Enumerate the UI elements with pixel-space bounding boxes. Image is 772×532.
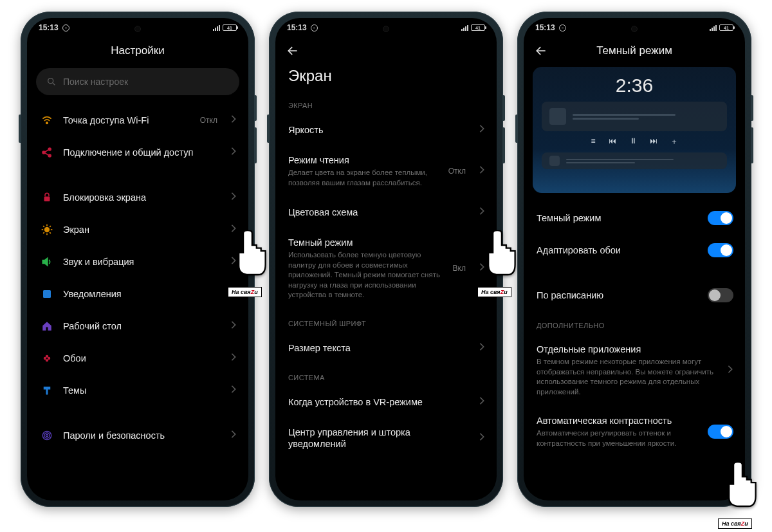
search-placeholder: Поиск настроек — [63, 77, 128, 87]
display-row-color-scheme[interactable]: Цветовая схема — [275, 197, 497, 228]
list-icon: ≡ — [591, 136, 595, 147]
chevron-right-icon — [479, 396, 485, 408]
row-label: Центр управления и шторка уведомлений — [288, 427, 410, 449]
square-icon — [40, 287, 54, 301]
battery-icon: 41 — [719, 24, 733, 31]
camera-punch-hole — [631, 26, 638, 32]
toggle-row-adapt-wallpaper[interactable]: Адаптировать обои — [524, 234, 745, 266]
back-button[interactable] — [286, 44, 300, 58]
pause-icon: ⏸ — [629, 136, 637, 147]
row-value: Откл — [448, 167, 466, 176]
row-label: Яркость — [288, 125, 324, 135]
chevron-right-icon — [230, 115, 237, 126]
row-label: Рабочий стол — [63, 321, 122, 331]
fingerprint-icon — [40, 428, 54, 443]
settings-row-security[interactable]: Пароли и безопасность — [27, 419, 248, 452]
camera-punch-hole — [134, 26, 141, 32]
phone-1-frame: 15:13 41 Настройки Поиск настроек Точка … — [21, 12, 255, 507]
row-label: Звук и вибрация — [63, 257, 134, 267]
display-row-brightness[interactable]: Яркость — [275, 115, 497, 145]
svg-line-14 — [43, 226, 44, 227]
settings-row-wallpaper[interactable]: Обои — [27, 342, 248, 374]
status-time: 15:13 — [535, 23, 555, 32]
alarm-icon — [62, 24, 69, 32]
signal-icon — [213, 25, 220, 31]
section-label: СИСТЕМА — [275, 363, 497, 387]
row-label: Адаптировать обои — [537, 245, 621, 255]
page-title: Настройки — [37, 44, 238, 57]
plus-icon: ＋ — [670, 136, 678, 147]
chevron-right-icon — [479, 124, 485, 136]
settings-row-wifi-hotspot[interactable]: Точка доступа Wi-Fi Откл — [27, 104, 248, 136]
chevron-right-icon — [479, 206, 485, 218]
chevron-right-icon — [230, 288, 237, 300]
settings-list[interactable]: Точка доступа Wi-Fi Откл Подключение и о… — [27, 104, 248, 500]
phone-3-frame: 15:13 41 Темный режим 2:36 — [517, 12, 751, 507]
svg-rect-18 — [43, 290, 51, 298]
settings-row-notifications[interactable]: Уведомления — [27, 278, 248, 310]
volume-icon — [40, 255, 54, 269]
settings-row-home-screen[interactable]: Рабочий стол — [27, 310, 248, 342]
toggle-row-dark-mode-toggle[interactable]: Темный режим — [524, 202, 745, 234]
chevron-right-icon — [230, 224, 237, 235]
phone-2-frame: 15:13 41 Экран ЭКРАН Яркость — [269, 12, 503, 507]
page-title: Темный режим — [534, 44, 735, 57]
settings-row-lock-screen[interactable]: Блокировка экрана — [27, 181, 248, 214]
svg-line-7 — [45, 153, 49, 155]
display-row-control-center[interactable]: Центр управления и шторка уведомлений — [275, 417, 497, 459]
row-label: Режим чтения — [288, 155, 349, 165]
row-value: Откл — [200, 116, 217, 125]
preview-clock: 2:36 — [542, 75, 727, 96]
display-settings-list[interactable]: ЭКРАН Яркость Режим чтения Делает цвета … — [275, 91, 497, 500]
status-time: 15:13 — [39, 23, 59, 32]
preview-media-controls: ≡ ⏮ ⏸ ⏭ ＋ — [542, 136, 727, 147]
header — [275, 37, 497, 63]
search-input[interactable]: Поиск настроек — [36, 68, 239, 95]
row-subtext: Автоматически регулировать оттенок и кон… — [537, 428, 699, 448]
chevron-right-icon — [479, 342, 485, 354]
display-row-reading-mode[interactable]: Режим чтения Делает цвета на экране боле… — [275, 145, 497, 197]
row-label: Темный режим — [537, 213, 601, 223]
settings-row-display[interactable]: Экран — [27, 214, 248, 246]
row-individual-apps[interactable]: Отдельные приложения В темном режиме нек… — [524, 335, 745, 406]
dark-mode-list[interactable]: Темный режим Адаптировать обои По распис… — [524, 202, 745, 500]
toggle-switch[interactable] — [708, 243, 733, 257]
header: Настройки — [27, 37, 248, 63]
row-label: Автоматическая контрастность — [537, 416, 672, 426]
row-subtext: Использовать более темную цветовую палит… — [288, 250, 444, 300]
svg-line-16 — [50, 226, 51, 227]
toggle-row-schedule[interactable]: По расписанию — [524, 279, 745, 311]
chevron-right-icon — [230, 430, 237, 441]
display-row-vr-mode[interactable]: Когда устройство в VR-режиме — [275, 387, 497, 417]
phone-2-screen: 15:13 41 Экран ЭКРАН Яркость — [275, 18, 497, 500]
settings-row-themes[interactable]: Темы — [27, 374, 248, 407]
settings-row-sound[interactable]: Звук и вибрация — [27, 246, 248, 278]
chevron-right-icon — [479, 432, 485, 444]
phone-1-screen: 15:13 41 Настройки Поиск настроек Точка … — [27, 18, 248, 500]
phones-row: 15:13 41 Настройки Поиск настроек Точка … — [0, 0, 772, 518]
display-row-dark-mode[interactable]: Темный режим Использовать более темную ц… — [275, 228, 497, 309]
row-label: Темный режим — [288, 237, 353, 248]
settings-row-connection-sharing[interactable]: Подключение и общий доступ — [27, 136, 248, 169]
signal-icon — [710, 25, 717, 31]
toggle-row-auto-contrast[interactable]: Автоматическая контрастность Автоматичес… — [524, 406, 745, 457]
svg-point-23 — [46, 358, 48, 360]
toggle-switch[interactable] — [708, 211, 733, 225]
brush-icon — [40, 383, 54, 398]
row-label: По расписанию — [537, 290, 603, 300]
svg-rect-8 — [44, 197, 50, 202]
display-row-text-size[interactable]: Размер текста — [275, 333, 497, 363]
preview-notif-card — [542, 152, 727, 169]
alarm-icon — [559, 24, 566, 32]
toggle-switch[interactable] — [708, 425, 733, 439]
svg-line-15 — [50, 232, 51, 234]
battery-icon: 41 — [223, 24, 237, 31]
row-subtext: Делает цвета на экране более теплыми, по… — [288, 168, 439, 188]
chevron-right-icon — [230, 385, 237, 396]
search-icon — [46, 77, 57, 87]
row-label: Уведомления — [63, 289, 122, 299]
toggle-switch[interactable] — [708, 288, 733, 302]
svg-line-6 — [45, 150, 49, 152]
row-value: Вкл — [453, 264, 466, 273]
section-label: ДОПОЛНИТЕЛЬНО — [524, 311, 745, 335]
